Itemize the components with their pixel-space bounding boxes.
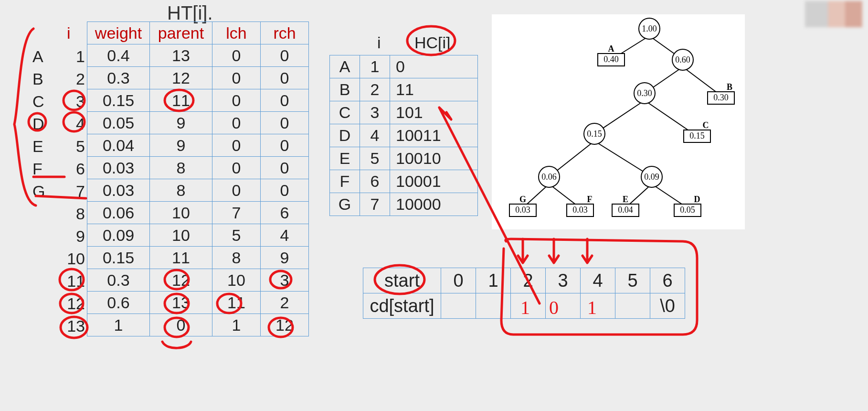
hc-i-header: i bbox=[377, 33, 381, 52]
svg-text:1.00: 1.00 bbox=[642, 24, 657, 33]
ht-table: weight parent lch rch 0.41300 0.31200 0.… bbox=[87, 22, 309, 336]
table-row: F610001 bbox=[330, 170, 478, 193]
svg-text:0.06: 0.06 bbox=[541, 172, 557, 182]
table-row: 0.061076 bbox=[87, 202, 309, 224]
table-row: B211 bbox=[330, 78, 478, 101]
table-row: D410011 bbox=[330, 124, 478, 147]
svg-text:0.15: 0.15 bbox=[689, 131, 705, 141]
svg-text:0.04: 0.04 bbox=[618, 205, 633, 215]
table-row: 0.31200 bbox=[87, 67, 309, 89]
svg-text:C: C bbox=[703, 120, 709, 130]
svg-text:0.03: 0.03 bbox=[515, 205, 530, 215]
webcam-thumbnail bbox=[805, 1, 862, 27]
table-row: A10 bbox=[330, 55, 478, 78]
table-row: 0.03800 bbox=[87, 179, 309, 202]
table-row: C3101 bbox=[330, 101, 478, 124]
table-row: 0.05900 bbox=[87, 112, 309, 134]
svg-text:0.60: 0.60 bbox=[675, 55, 690, 65]
ink-cd3: 1 bbox=[520, 296, 530, 319]
table-row: 0.091054 bbox=[87, 224, 309, 247]
huffman-tree: 1.00 0.60 0.30 0.15 0.06 0.09 A 0.40 B 0… bbox=[492, 14, 745, 229]
table-row: 0.312103 bbox=[87, 269, 309, 292]
hc-table: A10 B211 C3101 D410011 E510010 F610001 G… bbox=[329, 55, 478, 216]
table-row: 0.151100 bbox=[87, 89, 309, 112]
table-row: 0.04900 bbox=[87, 134, 309, 157]
hc-hc-header: HC[i] bbox=[414, 33, 451, 52]
svg-text:E: E bbox=[623, 195, 628, 204]
svg-text:0.05: 0.05 bbox=[680, 205, 695, 215]
ht-row-labels: A1 B2 C3 D4 E5 F6 G7 8 9 10 11 12 13 bbox=[32, 45, 85, 337]
table-row: 10112 bbox=[87, 314, 309, 336]
ink-cd5: 1 bbox=[587, 296, 597, 319]
svg-text:0.40: 0.40 bbox=[603, 54, 619, 64]
table-row: 0.151189 bbox=[87, 247, 309, 269]
svg-text:B: B bbox=[727, 82, 732, 92]
svg-text:0.09: 0.09 bbox=[644, 172, 659, 182]
svg-text:D: D bbox=[694, 195, 700, 204]
svg-text:F: F bbox=[587, 195, 593, 204]
svg-text:G: G bbox=[519, 195, 526, 204]
svg-text:0.30: 0.30 bbox=[713, 93, 729, 102]
table-row: G710000 bbox=[330, 193, 478, 216]
svg-text:A: A bbox=[608, 44, 614, 54]
table-row: 0.41300 bbox=[87, 44, 309, 67]
diagram-canvas: HT[i]. i A1 B2 C3 D4 E5 F6 G7 8 9 10 11 … bbox=[0, 0, 868, 411]
svg-text:0.15: 0.15 bbox=[587, 129, 602, 139]
svg-text:0.30: 0.30 bbox=[637, 88, 652, 98]
ink-cd4: 0 bbox=[549, 296, 559, 319]
svg-text:0.03: 0.03 bbox=[572, 205, 588, 215]
ht-i-header: i bbox=[67, 24, 71, 43]
table-row: 0.03800 bbox=[87, 157, 309, 179]
table-row: 0.613112 bbox=[87, 292, 309, 314]
table-row: E510010 bbox=[330, 147, 478, 170]
ht-title: HT[i]. bbox=[167, 2, 213, 24]
